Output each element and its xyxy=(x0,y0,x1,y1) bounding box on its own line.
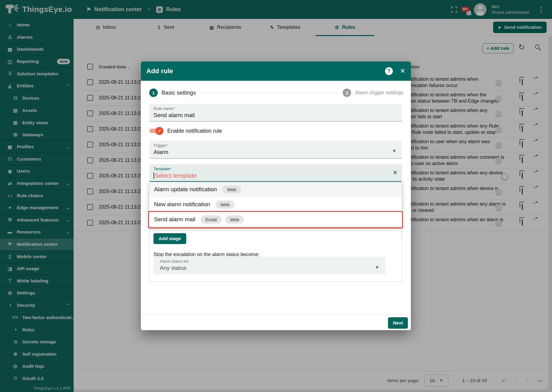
step-1-number: 1 xyxy=(149,89,158,97)
dropdown-arrow-icon: ▼ xyxy=(392,148,396,153)
dropdown-option-new-alarm-notification[interactable]: New alarm notification Web xyxy=(149,197,402,212)
trigger-label: Trigger* xyxy=(153,143,398,148)
trigger-select[interactable]: Trigger* Alarm ▼ xyxy=(149,141,402,158)
toggle-check-icon: ✓ xyxy=(156,127,163,135)
dialog-title: Add rule xyxy=(146,67,173,75)
dropdown-option-label: Alarm update notification xyxy=(154,186,217,193)
clear-icon[interactable]: ✕ xyxy=(393,169,398,176)
add-stage-button[interactable]: Add stage xyxy=(153,233,186,244)
rule-name-value: Send alarm mail xyxy=(153,112,398,119)
alarm-status-value: Any status xyxy=(160,265,379,271)
help-icon[interactable]: ? xyxy=(385,67,393,75)
step-2-label[interactable]: Alarm trigger settings xyxy=(355,90,403,96)
option-chips: Web xyxy=(222,185,241,194)
stepper: 1 Basic settings 2 Alarm trigger setting… xyxy=(149,87,403,98)
add-rule-dialog: Add rule ? ✕ 1 Basic settings 2 Alarm tr… xyxy=(141,62,411,330)
step-2-number: 2 xyxy=(343,89,351,97)
enable-rule-toggle-row: ✓ Enable notification rule xyxy=(149,126,222,136)
annotation-highlight-box xyxy=(148,211,403,228)
close-icon[interactable]: ✕ xyxy=(400,68,405,74)
option-chips: Web xyxy=(216,201,235,209)
trigger-value: Alarm xyxy=(153,149,398,155)
template-placeholder: Select template xyxy=(153,172,398,179)
chip-web: Web xyxy=(216,201,235,209)
alarm-status-select[interactable]: Alarm status list Any status ▼ xyxy=(153,257,385,274)
dialog-footer-divider xyxy=(141,314,411,315)
alarm-status-label: Alarm status list xyxy=(160,259,379,264)
enable-rule-label: Enable notification rule xyxy=(167,128,222,134)
template-field[interactable]: Template* Select template ✕ xyxy=(149,164,402,182)
chip-web: Web xyxy=(222,185,241,194)
app-root: ThingsEye.io ⚑ Notification center > ⚙ R… xyxy=(0,0,552,392)
enable-rule-toggle[interactable]: ✓ xyxy=(149,128,162,134)
text-caret xyxy=(153,172,154,179)
template-label: Template* xyxy=(153,167,398,171)
rule-name-label: Rule name* xyxy=(153,106,398,111)
dropdown-option-alarm-update-notification[interactable]: Alarm update notification Web xyxy=(149,182,402,197)
dropdown-arrow-icon: ▼ xyxy=(375,265,379,270)
step-1-label[interactable]: Basic settings xyxy=(162,89,196,96)
stepper-connector xyxy=(200,93,338,93)
dialog-header: Add rule ? ✕ xyxy=(141,62,411,81)
rule-name-field[interactable]: Rule name* Send alarm mail xyxy=(149,104,402,122)
dropdown-option-label: New alarm notification xyxy=(154,201,210,208)
next-button[interactable]: Next xyxy=(388,317,408,329)
